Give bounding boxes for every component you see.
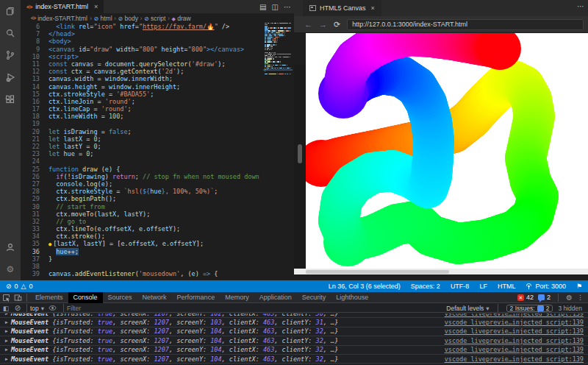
cursor-position[interactable]: Ln 36, Col 3 (6 selected) [329,283,401,290]
split-editor-icon[interactable]: ◫ [272,3,279,11]
code-line-23[interactable]: 23let hue = 0; [21,150,294,157]
breadcrumb-file[interactable]: index-START.html [37,15,87,22]
console-message[interactable]: ▶MouseEvent {isTrusted: true, screenX: 1… [0,336,588,345]
code-line-27[interactable]: 27 console.log(e); [21,180,294,188]
code-line-20[interactable]: 20let isDrawing = false; [21,128,294,135]
code-line-18[interactable]: 18ctx.lineWidth = 100; [21,113,294,120]
indentation[interactable]: Spaces: 2 [411,283,440,290]
devtools-tab-security[interactable]: Security [297,292,331,303]
preview-more-actions-icon[interactable]: ⋯ [577,2,584,10]
devtools-menu-icon[interactable]: ⋮ [577,294,584,301]
expand-caret-icon[interactable]: ▶ [5,319,8,325]
search-icon[interactable] [0,22,21,44]
console-message[interactable]: ▶MouseEvent {isTrusted: true, screenX: 1… [0,318,588,327]
code-line-11[interactable]: 11const canvas = document.querySelector(… [21,60,294,68]
code-line-16[interactable]: 16ctx.lineJoin = 'round'; [21,98,294,105]
devtools-tab-application[interactable]: Application [254,292,297,303]
code-line-12[interactable]: 12const ctx = canvas.getContext('2d'); [21,68,294,75]
paint-canvas[interactable] [306,33,588,274]
code-line-31[interactable]: 31 ctx.moveTo(lastX, lastY); [21,210,294,218]
breadcrumb-item-body[interactable]: body [123,15,138,22]
horizontal-scrollbar[interactable] [294,269,588,274]
layout-icon[interactable]: ▤ [259,3,266,11]
eol[interactable]: LF [479,283,487,290]
devtools-settings-icon[interactable]: ⚙ [566,294,573,302]
code-line-10[interactable]: 10<script> [21,53,294,60]
console-source-link[interactable]: vscode_liveprevie…injected_script:139 [445,337,584,344]
problems-errors[interactable]: ⊘ 0 [6,283,18,290]
devtools-tab-console[interactable]: Console [68,292,103,303]
code-line-29[interactable]: 29 ctx.beginPath(); [21,195,294,202]
device-toolbar-icon[interactable] [12,292,24,303]
code-line-30[interactable]: 30 // start from [21,203,294,210]
code-line-26[interactable]: 26 if(!isDrawing) return; // stop fn whe… [21,173,294,180]
breadcrumb-item-script[interactable]: script [149,15,166,22]
code-line-39[interactable]: 39canvas.addEventListener('mousedown', (… [21,270,294,277]
feedback-flag-icon[interactable]: ⚑ [576,283,582,290]
reload-icon[interactable]: ⟳ [334,20,340,29]
issues-counter-button[interactable]: 2 Issues: 2 [506,305,553,312]
eye-icon[interactable] [46,302,58,313]
devtools-tab-elements[interactable]: Elements [30,292,68,303]
console-source-link[interactable]: vscode_liveprevie…injected_script:139 [445,313,584,317]
more-actions-icon[interactable]: ⋯ [284,3,291,11]
code-line-19[interactable]: 19 [21,120,294,127]
console-sidebar-icon[interactable]: ◧ [0,302,12,313]
console-message[interactable]: ▶MouseEvent {isTrusted: true, screenX: 1… [0,355,588,364]
code-line-15[interactable]: 15ctx.strokeStyle = '#BADA55'; [21,91,294,98]
breadcrumb-item-html[interactable]: html [98,15,112,22]
url-bar[interactable] [347,19,584,30]
console-source-link[interactable]: vscode_liveprevie…injected_script:139 [445,327,584,335]
tab-index-start-html[interactable]: <> index-START.html × [21,0,104,13]
code-line-17[interactable]: 17ctx.lineCap = 'round'; [21,105,294,113]
code-line-7[interactable]: 7</head> [21,30,294,38]
code-line-6[interactable]: 6 <link rel="icon" href="https://fav.far… [21,23,294,30]
encoding[interactable]: UTF-8 [451,283,470,290]
expand-caret-icon[interactable]: ▶ [5,347,8,352]
console-filter-input[interactable] [67,305,317,312]
clear-console-icon[interactable]: ⊘ [12,302,24,313]
forward-arrow-icon[interactable]: → [319,20,327,29]
explorer-icon[interactable] [0,0,21,22]
hidden-messages-label[interactable]: 3 hidden [558,305,582,312]
source-control-icon[interactable] [0,44,21,66]
account-icon[interactable] [0,236,21,258]
expand-caret-icon[interactable]: ▶ [5,313,8,316]
console-message[interactable]: ▶MouseEvent {isTrusted: true, screenX: 1… [0,327,588,336]
expand-caret-icon[interactable]: ▶ [5,338,8,344]
language-mode[interactable]: HTML [498,283,516,290]
log-levels-dropdown[interactable]: Default levels▾ [446,305,489,312]
devtools-tab-memory[interactable]: Memory [220,292,254,303]
tab-close-icon[interactable]: × [94,3,98,10]
console-source-link[interactable]: vscode_liveprevie…injected_script:139 [445,346,584,353]
tab-html5-canvas[interactable]: HTML5 Canvas × [303,0,381,16]
code-line-28[interactable]: 28 ctx.strokeStyle = `hsl(${hue}, 100%, … [21,188,294,195]
vertical-scrollbar-thumb[interactable] [298,144,302,163]
code-line-22[interactable]: 22let lastY = 0; [21,143,294,150]
breadcrumb-item-draw[interactable]: draw [176,15,191,22]
settings-gear-icon[interactable]: ⚙ [0,258,21,280]
code-line-9[interactable]: 9<canvas id="draw" width="800" height="8… [21,46,294,53]
code-line-38[interactable]: 38 [21,263,294,270]
devtools-tab-lighthouse[interactable]: Lighthouse [331,292,373,303]
problems-warnings[interactable]: △ 0 [21,283,33,290]
code-line-8[interactable]: 8<body> [21,38,294,45]
code-line-37[interactable]: 37} [21,255,294,263]
code-line-34[interactable]: 34 ctx.stroke(); [21,233,294,240]
console-source-link[interactable]: vscode_liveprevie…injected_script:139 [445,319,584,326]
code-line-36[interactable]: 36 hue++; [21,248,294,255]
inspect-element-icon[interactable] [0,292,12,303]
devtools-tab-performance[interactable]: Performance [172,292,220,303]
minimap[interactable] [265,23,291,75]
code-area[interactable]: 6 <link rel="icon" href="https://fav.far… [21,23,294,280]
code-line-14[interactable]: 14canvas.height = window.innerHeight; [21,83,294,91]
issues-badge[interactable]: 2 [538,294,551,301]
devtools-tab-sources[interactable]: Sources [103,292,137,303]
extensions-icon[interactable] [0,88,21,110]
expand-caret-icon[interactable]: ▶ [5,328,8,334]
expand-caret-icon[interactable]: ▶ [5,356,8,362]
execution-context-selector[interactable]: top▾ [30,305,44,312]
code-line-33[interactable]: 33 ctx.lineTo(e.offsetX, e.offsetY); [21,225,294,233]
live-preview-port[interactable]: Port: 3000 [526,283,566,290]
code-line-25[interactable]: 25function draw (e) { [21,166,294,173]
